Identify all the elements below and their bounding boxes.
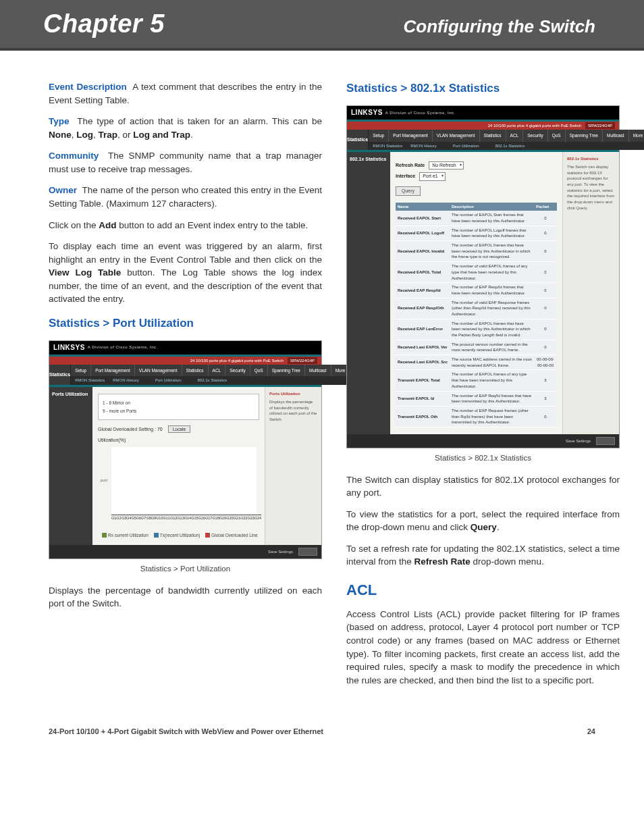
x-tick: G22 [240,515,247,527]
def-owner: Owner The name of the person who created… [49,184,322,210]
footer-product: 24-Port 10/100 + 4-Port Gigabit Switch w… [49,727,323,735]
query-button[interactable]: Query [396,186,421,196]
screenshot-port-utilization: LINKSYS A Division of Cisco Systems, Inc… [49,340,322,559]
brand-logo: LINKSYS [351,108,383,118]
table-row: Received EAPOL LogoffThe number of EAPOL… [396,226,557,240]
chapter-title: Configuring the Switch [403,16,595,37]
x-tick: G12 [170,515,177,527]
th-name: Name [396,203,450,211]
sub-tabs: RMON StatisticsRMON HistoryPort Utilizat… [369,142,644,151]
p-acl: Access Control Lists (ACL) provide packe… [346,608,620,687]
nav-tab[interactable]: Spanning Tree [566,130,603,141]
nav-tab[interactable]: Spanning Tree [268,365,305,376]
sub-tab[interactable]: 802.1x Statistics [491,142,529,151]
port-select-box: 1 - 8 Mirror on 9 - more on Ports [98,394,259,420]
nav-tab[interactable]: Multicast [305,365,331,376]
nav-tab[interactable]: Statistics [480,130,506,141]
sub-tab[interactable] [483,142,491,151]
table-row: Received EAP Resp/IdThe number of EAP Re… [396,283,557,298]
x-tick: G8 [146,515,151,527]
def-community: Community The SNMP community name that a… [49,149,322,176]
figure-caption-2: Statistics > 802.1x Statistics [346,452,620,464]
p-view-log: To display each time an event was trigge… [49,240,322,306]
term: Owner [49,185,77,195]
nav-tab[interactable]: Multicast [603,130,629,141]
nav-tab[interactable]: Setup [71,365,91,376]
interface-select[interactable]: Port e1 [419,172,446,180]
chart-yaxis: port [98,447,110,515]
nav-tab[interactable]: Security [225,365,250,376]
nav-tab[interactable]: VLAN Management [135,365,182,376]
th-desc: Description [450,203,534,211]
x-tick: G3 [122,515,126,527]
refresh-select[interactable]: No Refresh [429,161,463,170]
nav-tab[interactable]: QoS [250,365,268,376]
footer-button[interactable] [298,548,317,556]
sub-tab[interactable] [441,142,449,151]
x-tick: G10 [156,515,163,527]
p-port-desc: Displays the percentage of bandwidth cur… [49,584,322,610]
x-tick: G21 [234,515,240,527]
help-text: Displays the percentage of bandwidth cur… [269,399,317,423]
heading-port-utilization: Statistics > Port Utilization [49,315,322,332]
sub-tab[interactable]: 802.1x Statistics [194,376,232,385]
red-bar: 24 10/100 ports plus 4 gigabit ports wit… [49,357,321,365]
nav-tab[interactable]: Port Management [389,130,433,141]
refresh-row: Refresh Rate No Refresh [396,161,557,170]
p-add: Click on the Add button to add an Event … [49,219,322,232]
chapter-header: Chapter 5 Configuring the Switch [0,0,644,51]
sub-tab[interactable]: Port Utilization [449,142,483,151]
x-tick: G15 [191,515,198,527]
x-tick: G14 [184,515,191,527]
sub-tab[interactable] [186,376,194,385]
locate-button[interactable]: Locate [168,425,191,433]
footer-page-number: 24 [587,727,595,735]
content-area: Refresh Rate No Refresh Interface Port e… [390,152,562,434]
nav-tab[interactable]: ACL [506,130,524,141]
nav-tab[interactable]: Security [523,130,547,141]
table-row: Transmit EAPOL IdThe number of EAP Req/I… [396,391,557,406]
help-title: Ports Utilization [269,391,317,397]
table-row: Received EAPOL InvalidThe number of EAPO… [396,241,557,262]
brand-logo: LINKSYS [53,343,85,353]
screenshot-8021x: LINKSYS A Division of Cisco Systems, Inc… [346,105,620,448]
sub-tab[interactable]: RMON Statistics [71,376,109,385]
nav-tab[interactable]: Statistics [182,365,209,376]
x-tick: G13 [177,515,184,527]
left-column: Event Description A text comment that de… [49,80,322,695]
th-packet: Packet [534,203,557,211]
term: Community [49,151,99,161]
sub-tab[interactable]: RMON History [109,376,143,385]
nav-tab[interactable]: VLAN Management [433,130,480,141]
x-tick: G24 [254,515,261,527]
table-row: Transmit EAPOL OthThe number of EAP Requ… [396,406,557,427]
def-event-description: Event Description A text comment that de… [49,80,322,107]
table-row: Transmit EAPOL TotalThe number of EAPOL … [396,370,557,391]
table-row: Received EAPOL TotalThe number of valid … [396,262,557,283]
term: Type [49,116,70,126]
sub-tab[interactable]: Port Utilization [151,376,186,385]
sub-tab[interactable]: RMON History [406,142,441,151]
p-8021x-2: To view the statistics for a port, selec… [346,508,620,534]
figure-8021x: LINKSYS A Division of Cisco Systems, Inc… [346,105,620,448]
y-axis-label: Utilization(%) [98,437,259,444]
nav-tab[interactable]: Port Management [91,365,135,376]
help-text: The Switch can display statistics for 80… [567,164,615,211]
interface-row: Interface Port e1 [396,172,557,180]
section-label: Statistics [347,130,369,150]
nav-tab[interactable]: More >> [629,130,644,141]
brand-bar: LINKSYS A Division of Cisco Systems, Inc… [49,341,321,355]
nav-tabs: SetupPort ManagementVLAN ManagementStati… [369,130,644,141]
nav-tabs: SetupPort ManagementVLAN ManagementStati… [71,365,356,376]
footer-button[interactable] [596,437,615,445]
nav-tab[interactable]: Setup [369,130,389,141]
x-tick: G6 [136,515,141,527]
body-columns: Event Description A text comment that de… [0,51,644,722]
nav-tab[interactable]: QoS [548,130,566,141]
red-bar: 24 10/100 ports plus 4 gigabit ports wit… [347,122,619,130]
x-tick: G23 [247,515,254,527]
sub-tab[interactable]: RMON Statistics [369,142,406,151]
sub-tab[interactable] [143,376,151,385]
figure-caption-1: Statistics > Port Utilization [49,563,322,575]
nav-tab[interactable]: ACL [209,365,226,376]
